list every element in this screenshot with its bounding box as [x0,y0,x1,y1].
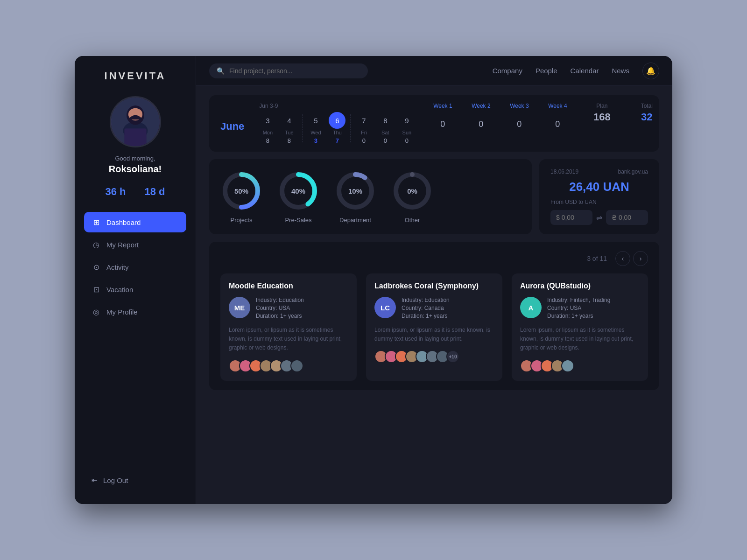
day-name-wed: Wed [310,130,321,135]
project-card-moodle: Moodle Education ME Industry: Education … [220,273,357,381]
middle-row: 50% Projects 40% Pre-Sale [209,159,659,234]
nav-menu: ⊞ Dashboard ◷ My Report ⊙ Activity ⊡ Vac… [75,212,196,470]
week4-value: 0 [555,119,560,129]
week2-label[interactable]: Week 2 [472,103,490,109]
plan-col: Plan 168 [583,103,620,123]
card-info-aurora: A Industry: Fintech, Trading Country: US… [520,297,640,319]
donut-department: 10% [334,170,376,212]
currency-subtitle: From USD to UAN [550,199,648,205]
sidebar-item-vacation[interactable]: ⊡ Vacation [84,279,186,300]
stat-days-value: 18 d [145,186,165,198]
sidebar-item-label-vacation: Vacation [106,286,133,294]
card-details-aurora: Industry: Fintech, Trading Country: USA … [547,297,610,319]
card-desc-aurora: Lorem ipsum, or lipsum as it is sometime… [520,326,640,353]
app-container: INVEVITA Good morning, Roksoliana! 36 h [75,56,672,504]
stat-days: 18 d [145,186,165,198]
logout-button[interactable]: ⇤ Log Out [84,470,186,490]
swap-icon: ⇌ [596,213,602,222]
avatar-svg [111,96,160,147]
day-hours-9: 0 [405,137,409,144]
week1-label[interactable]: Week 1 [433,103,452,109]
day-cell-thu: 6 Thu 7 [327,112,347,144]
avatars-row-ladbrokes: +10 [374,350,494,363]
greeting-text: Good morning, [115,155,155,162]
day-num-4: 4 [281,112,297,129]
sidebar-item-my-report[interactable]: ◷ My Report [84,234,186,255]
currency-usd-input[interactable] [550,210,592,225]
profile-icon: ◎ [92,307,101,316]
card-country-ladbrokes: Country: Canada [402,305,450,311]
currency-widget: 18.06.2019 bank.gov.ua 26,40 UAN From US… [539,159,659,234]
day-hours-3: 8 [266,137,269,144]
pagination-prev-button[interactable]: ‹ [615,251,630,266]
day-name-sat: Sat [381,130,389,135]
day-name-mon: Mon [263,130,273,135]
main-content: 🔍 Company People Calendar News 🔔 June [196,56,672,504]
sidebar-item-dashboard[interactable]: ⊞ Dashboard [84,212,186,232]
card-industry-aurora: Industry: Fintech, Trading [547,297,610,303]
sidebar-item-label-report: My Report [106,241,139,249]
chart-department: 10% Department [334,170,376,224]
week3-value: 0 [517,119,521,129]
project-card-aurora: Aurora (QUBstudio) A Industry: Fintech, … [512,273,648,381]
cards-header: 3 of 11 ‹ › [220,251,648,266]
day-cell-mon: 3 Mon 8 [257,112,278,144]
currency-uan-input[interactable] [606,210,648,225]
more-badge-ladbrokes: +10 [446,350,459,363]
chart-presales: 40% Pre-Sales [277,170,319,224]
chart-title-presales: Pre-Sales [285,217,311,224]
day-num-6: 6 [329,112,345,129]
day-name-tue: Tue [285,130,294,135]
svg-rect-5 [124,128,146,146]
chart-title-department: Department [339,217,371,224]
search-input[interactable] [229,67,360,75]
logout-label: Log Out [103,476,128,484]
notifications-button[interactable]: 🔔 [642,63,659,79]
vacation-icon: ⊡ [92,285,101,294]
pagination-next-button[interactable]: › [633,251,648,266]
week3-label[interactable]: Week 3 [510,103,529,109]
nav-calendar[interactable]: Calendar [571,67,599,75]
card-country-aurora: Country: USA [547,305,610,311]
report-icon: ◷ [92,240,101,249]
week-stat-1: Week 1 0 [426,103,459,129]
month-label: June [220,115,244,133]
day-name-thu: Thu [333,130,342,135]
content-area: June Jun 3-9 3 Mon [196,86,672,504]
card-duration-aurora: Duration: 1+ years [547,313,610,319]
card-details-moodle: Industry: Education Country: USA Duratio… [256,297,304,319]
separator-1 [302,114,303,142]
sidebar-item-activity[interactable]: ⊙ Activity [84,257,186,277]
donut-presales: 40% [277,170,319,212]
day-hours-6: 7 [336,137,339,144]
card-industry-moodle: Industry: Education [256,297,304,303]
day-hours-4: 8 [288,137,291,144]
nav-people[interactable]: People [536,67,557,75]
week-stat-2: Week 2 0 [465,103,497,129]
mini-avatar [290,359,303,372]
card-industry-ladbrokes: Industry: Education [402,297,450,303]
separator-2 [350,114,351,142]
stats-row: 36 h 18 d [105,186,165,198]
nav-company[interactable]: Company [493,67,522,75]
dashboard-icon: ⊞ [92,217,101,227]
mini-avatar [561,359,574,372]
stat-hours: 36 h [105,186,126,198]
sidebar-item-profile[interactable]: ◎ My Profile [84,301,186,322]
day-num-3: 3 [259,112,276,129]
sidebar: INVEVITA Good morning, Roksoliana! 36 h [75,56,196,504]
search-bar[interactable]: 🔍 [209,63,368,78]
nav-news[interactable]: News [612,67,629,75]
card-country-moodle: Country: USA [256,305,304,311]
date-range-label: Jun 3-9 [257,103,278,109]
card-desc-moodle: Lorem ipsum, or lipsum as it is sometime… [229,326,348,353]
day-hours-5: 3 [314,137,317,144]
day-name-sun: Sun [402,130,412,135]
activity-icon: ⊙ [92,262,101,272]
week4-label[interactable]: Week 4 [548,103,567,109]
search-icon: 🔍 [217,67,225,75]
card-avatar-ladbrokes: LC [374,297,396,318]
chart-other: 0% Other [391,170,433,224]
topbar: 🔍 Company People Calendar News 🔔 [196,56,672,86]
day-num-9: 9 [398,112,415,129]
